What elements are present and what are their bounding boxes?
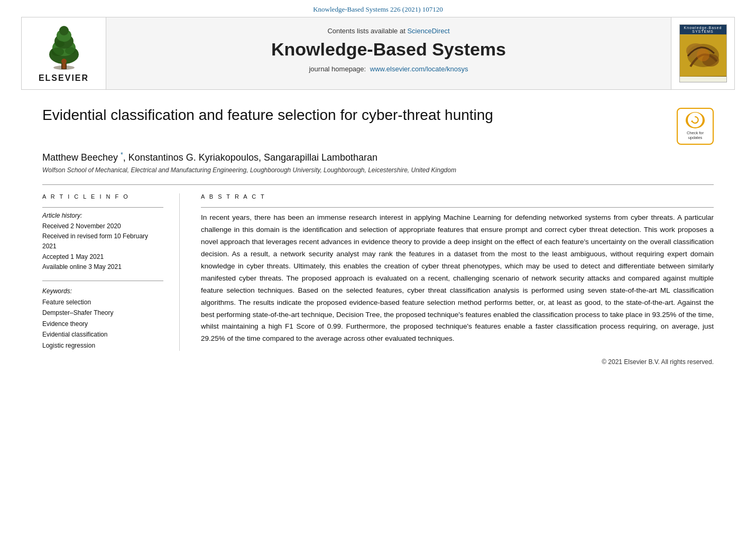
article-title-row: Evidential classification and feature se… — [42, 106, 714, 145]
keyword-item: Logistic regression — [42, 340, 163, 351]
received-date: Received 2 November 2020 — [42, 221, 163, 231]
elsevier-logo-area: ELSEVIER — [22, 17, 106, 89]
article-info-header: A R T I C L E I N F O — [42, 193, 163, 200]
check-for-updates-badge[interactable]: Check for updates — [677, 108, 714, 145]
two-column-layout: A R T I C L E I N F O Article history: R… — [42, 193, 714, 351]
keyword-item: Feature selection — [42, 297, 163, 308]
keywords-list: Feature selectionDempster–Shafer TheoryE… — [42, 297, 163, 351]
check-updates-circle — [686, 112, 705, 128]
journal-name: Knowledge-Based Systems — [117, 39, 660, 60]
article-info-divider-top — [42, 207, 163, 208]
svg-point-6 — [59, 26, 69, 35]
check-updates-line2: updates — [688, 135, 703, 140]
svg-point-10 — [61, 59, 67, 64]
article-title-text: Evidential classification and feature se… — [42, 106, 677, 125]
contents-text: Contents lists available at — [327, 27, 405, 35]
journal-ref-text: Knowledge-Based Systems 226 (2021) 10712… — [313, 5, 443, 13]
article-info-divider-mid — [42, 281, 163, 281]
abstract-text: In recent years, there has been an immen… — [201, 212, 714, 345]
svg-point-7 — [51, 48, 64, 56]
authors-line: Matthew Beechey *, Konstantinos G. Kyria… — [42, 151, 714, 163]
article-area: Evidential classification and feature se… — [0, 90, 756, 376]
svg-marker-17 — [691, 120, 693, 122]
check-updates-label: Check for updates — [687, 131, 704, 141]
journal-reference: Knowledge-Based Systems 226 (2021) 10712… — [0, 0, 756, 17]
online-date: Available online 3 May 2021 — [42, 262, 163, 272]
article-info-column: A R T I C L E I N F O Article history: R… — [42, 193, 180, 351]
refresh-icon — [690, 115, 700, 125]
homepage-url[interactable]: www.elsevier.com/locate/knosys — [370, 65, 468, 73]
keyword-item: Dempster–Shafer Theory — [42, 308, 163, 318]
journal-thumb-image — [680, 34, 726, 77]
svg-point-16 — [697, 49, 709, 61]
accepted-date: Accepted 1 May 2021 — [42, 252, 163, 262]
journal-thumbnail: Knowledge-BasedSYSTEMS — [679, 24, 727, 82]
homepage-line: journal homepage: www.elsevier.com/locat… — [117, 65, 660, 73]
author-superscript: * — [121, 151, 123, 159]
check-updates-line1: Check for — [687, 131, 704, 135]
contents-available-line: Contents lists available at ScienceDirec… — [117, 27, 660, 35]
journal-thumb-title: Knowledge-BasedSYSTEMS — [680, 25, 726, 34]
keyword-item: Evidential classification — [42, 329, 163, 340]
sciencedirect-link[interactable]: ScienceDirect — [407, 27, 449, 35]
abstract-header: A B S T R A C T — [201, 193, 714, 200]
abstract-column: A B S T R A C T In recent years, there h… — [180, 193, 714, 351]
svg-rect-11 — [62, 63, 66, 69]
svg-point-8 — [65, 47, 76, 54]
keywords-label: Keywords: — [42, 287, 163, 295]
article-history-label: Article history: — [42, 212, 163, 219]
keyword-item: Evidence theory — [42, 319, 163, 329]
journal-header-center: Contents lists available at ScienceDirec… — [106, 17, 671, 89]
elsevier-tree-svg — [38, 25, 90, 70]
journal-thumbnail-area: Knowledge-BasedSYSTEMS — [671, 17, 734, 89]
elsevier-tree-image — [35, 24, 93, 71]
svg-point-9 — [55, 41, 64, 47]
abstract-divider — [201, 207, 714, 208]
elsevier-label: ELSEVIER — [39, 73, 89, 83]
homepage-label: journal homepage: — [309, 65, 366, 73]
revised-date: Received in revised form 10 February 202… — [42, 231, 163, 251]
header-banner: ELSEVIER Contents lists available at Sci… — [21, 17, 735, 90]
copyright-line: © 2021 Elsevier B.V. All rights reserved… — [42, 351, 714, 366]
affiliation-line: Wolfson School of Mechanical, Electrical… — [42, 166, 714, 174]
section-divider — [42, 184, 714, 185]
check-updates-circle-inner — [688, 113, 703, 127]
